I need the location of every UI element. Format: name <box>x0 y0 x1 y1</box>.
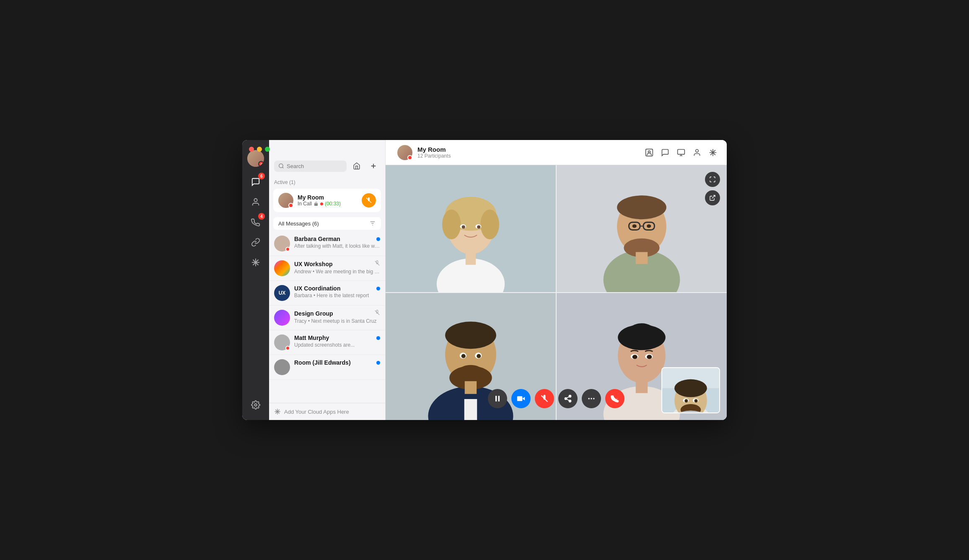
main-content: My Room 12 Participants <box>386 140 727 420</box>
svg-point-86 <box>565 398 567 400</box>
unread-indicator <box>376 361 380 365</box>
svg-point-77 <box>647 355 652 359</box>
camera-button[interactable] <box>511 389 531 408</box>
active-section-label: Active (1) <box>269 177 385 187</box>
sidebar-item-phone[interactable]: 4 <box>247 214 264 231</box>
svg-point-102 <box>694 399 698 402</box>
phone-badge: 4 <box>258 213 265 220</box>
svg-line-88 <box>567 399 569 400</box>
avatar <box>274 334 290 350</box>
video-cell-2 <box>557 165 727 292</box>
svg-line-7 <box>282 167 284 169</box>
svg-point-26 <box>696 149 699 152</box>
svg-point-52 <box>632 224 637 228</box>
avatar <box>274 359 290 375</box>
svg-point-90 <box>588 398 590 399</box>
svg-rect-67 <box>465 381 477 394</box>
add-button[interactable] <box>367 159 380 173</box>
svg-point-36 <box>442 210 461 239</box>
panel-header <box>269 153 385 177</box>
sidebar-item-settings[interactable] <box>247 397 264 413</box>
list-item[interactable]: Design Group Tracy • Next meetup is in S… <box>269 306 385 330</box>
unread-indicator <box>376 237 380 241</box>
list-item[interactable]: Room (Jill Edwards) <box>269 355 385 380</box>
svg-point-92 <box>593 398 594 399</box>
header-screen-button[interactable] <box>674 145 688 160</box>
unread-indicator <box>376 287 380 290</box>
more-options-button[interactable] <box>582 389 601 408</box>
participant-count: 12 Participants <box>417 153 637 159</box>
svg-point-0 <box>254 199 257 202</box>
pause-button[interactable] <box>488 389 507 408</box>
svg-rect-54 <box>636 252 648 264</box>
header-chat-button[interactable] <box>658 145 672 160</box>
sidebar-item-contacts[interactable] <box>247 194 264 210</box>
maximize-button[interactable] <box>265 147 270 152</box>
header-icons <box>642 145 720 160</box>
active-room-item[interactable]: My Room In Call (00:33) <box>273 189 381 212</box>
minimize-button[interactable] <box>257 147 262 152</box>
header-asterisk-button[interactable] <box>706 145 720 160</box>
expand-buttons <box>705 172 720 205</box>
avatar <box>274 310 290 326</box>
svg-point-47 <box>617 195 666 219</box>
svg-rect-78 <box>636 381 648 393</box>
mic-button[interactable] <box>535 389 554 408</box>
end-call-button[interactable] <box>605 389 624 408</box>
svg-marker-82 <box>522 397 525 400</box>
messages-filter[interactable]: All Messages (6) <box>273 217 381 230</box>
svg-point-41 <box>477 225 480 228</box>
share-screen-button[interactable] <box>705 190 720 205</box>
filter-icon <box>369 220 376 227</box>
chat-badge: 6 <box>258 173 265 179</box>
svg-point-62 <box>461 365 480 372</box>
svg-rect-10 <box>314 203 318 206</box>
add-cloud-apps[interactable]: Add Your Cloud Apps Here <box>269 403 385 420</box>
svg-line-79 <box>712 195 715 198</box>
svg-rect-80 <box>495 396 497 401</box>
room-name: My Room <box>417 146 637 153</box>
sidebar-item-chat[interactable]: 6 <box>247 174 264 190</box>
svg-rect-58 <box>464 399 477 420</box>
search-icon <box>278 163 284 169</box>
svg-rect-83 <box>517 396 523 401</box>
conversations-panel: Active (1) My Room In Call (00:33) <box>269 140 386 420</box>
room-info: My Room 12 Participants <box>417 146 637 159</box>
sidebar-item-asterisk[interactable] <box>247 254 264 271</box>
sidebar: 6 4 <box>242 140 269 420</box>
search-input[interactable] <box>287 163 342 169</box>
conv-body: UX Workshop Andrew • We are meeting in t… <box>294 260 380 275</box>
list-item[interactable]: Barbara German After talking with Matt, … <box>269 231 385 256</box>
svg-rect-42 <box>466 252 476 264</box>
video-controls <box>488 389 624 408</box>
svg-line-15 <box>375 261 380 266</box>
svg-point-91 <box>591 398 592 399</box>
svg-point-66 <box>477 354 481 358</box>
svg-point-5 <box>254 404 257 406</box>
search-bar[interactable] <box>274 161 347 172</box>
svg-point-98 <box>674 379 707 397</box>
sidebar-item-link[interactable] <box>247 234 264 251</box>
lock-icon <box>314 201 319 206</box>
mute-button[interactable] <box>362 193 376 207</box>
list-item[interactable]: UX UX Coordination Barbara • Here is the… <box>269 281 385 306</box>
unread-indicator <box>376 336 380 340</box>
close-button[interactable] <box>249 147 254 152</box>
fullscreen-button[interactable] <box>705 172 720 187</box>
conv-body: Barbara German After talking with Matt, … <box>294 236 380 249</box>
svg-line-89 <box>567 397 569 398</box>
main-header: My Room 12 Participants <box>386 140 727 165</box>
room-avatar <box>397 145 412 160</box>
user-avatar[interactable] <box>247 150 264 167</box>
active-room-info: My Room In Call (00:33) <box>298 194 358 207</box>
self-video <box>661 367 720 413</box>
list-item[interactable]: UX Workshop Andrew • We are meeting in t… <box>269 256 385 281</box>
home-button[interactable] <box>350 159 363 173</box>
header-search-button[interactable] <box>642 145 656 160</box>
conv-body: Matt Murphy Updated screenshots are... <box>294 334 380 348</box>
mute-icon <box>374 260 380 268</box>
share-button[interactable] <box>558 389 578 408</box>
header-person-button[interactable] <box>690 145 704 160</box>
list-item[interactable]: Matt Murphy Updated screenshots are... <box>269 330 385 355</box>
asterisk-icon <box>274 408 281 415</box>
